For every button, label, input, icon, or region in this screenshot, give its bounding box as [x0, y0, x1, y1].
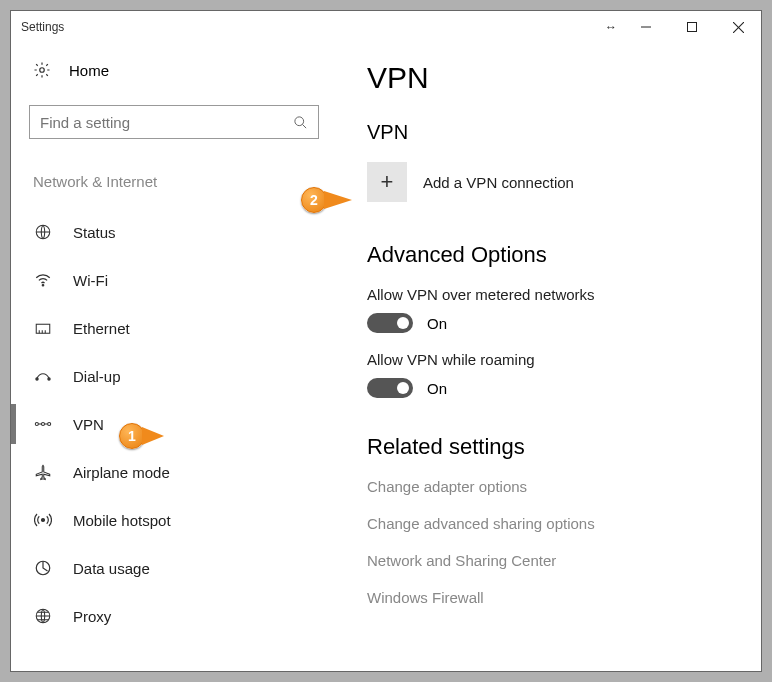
- proxy-icon: [33, 607, 53, 625]
- svg-rect-10: [36, 324, 50, 333]
- sidebar-item-label: Airplane mode: [73, 464, 170, 481]
- main-pane: VPN VPN + Add a VPN connection Advanced …: [331, 43, 761, 671]
- datausage-icon: [33, 559, 53, 577]
- svg-point-9: [42, 285, 44, 287]
- minimize-icon: [641, 22, 651, 32]
- sidebar: Home Network & Internet Status Wi-Fi: [11, 43, 331, 671]
- vpn-icon: [33, 417, 53, 431]
- maximize-button[interactable]: [669, 11, 715, 43]
- related-heading: Related settings: [367, 434, 737, 460]
- sidebar-item-proxy[interactable]: Proxy: [29, 592, 331, 640]
- svg-point-18: [48, 422, 51, 425]
- toggle-metered[interactable]: [367, 313, 413, 333]
- hotspot-icon: [33, 511, 53, 529]
- setting-label: Allow VPN while roaming: [367, 351, 737, 368]
- minimize-button[interactable]: [623, 11, 669, 43]
- svg-line-6: [302, 124, 306, 128]
- sidebar-item-label: Mobile hotspot: [73, 512, 171, 529]
- settings-window: Settings ↔ Home: [10, 10, 762, 672]
- status-icon: [33, 223, 53, 241]
- gear-icon: [33, 61, 51, 79]
- svg-point-21: [42, 519, 45, 522]
- sidebar-item-status[interactable]: Status: [29, 208, 331, 256]
- advanced-heading: Advanced Options: [367, 242, 737, 268]
- category-label: Network & Internet: [29, 173, 331, 190]
- sidebar-item-label: VPN: [73, 416, 104, 433]
- close-button[interactable]: [715, 11, 761, 43]
- sidebar-item-label: Ethernet: [73, 320, 130, 337]
- plus-icon: +: [367, 162, 407, 202]
- svg-point-17: [41, 422, 44, 425]
- search-icon: [293, 115, 308, 130]
- window-title: Settings: [21, 20, 64, 34]
- sidebar-item-ethernet[interactable]: Ethernet: [29, 304, 331, 352]
- svg-point-15: [48, 378, 50, 380]
- svg-point-14: [36, 378, 38, 380]
- wifi-icon: [33, 271, 53, 289]
- close-icon: [733, 22, 744, 33]
- toggle-state-label: On: [427, 315, 447, 332]
- link-network-sharing-center[interactable]: Network and Sharing Center: [367, 552, 737, 569]
- sidebar-item-label: Data usage: [73, 560, 150, 577]
- svg-point-5: [295, 116, 304, 125]
- search-input[interactable]: [40, 114, 293, 131]
- resize-arrow-icon: ↔: [605, 11, 623, 43]
- sidebar-item-airplane[interactable]: Airplane mode: [29, 448, 331, 496]
- sidebar-item-vpn[interactable]: VPN: [29, 400, 331, 448]
- sidebar-item-label: Status: [73, 224, 116, 241]
- window-controls: ↔: [605, 11, 761, 43]
- toggle-roaming[interactable]: [367, 378, 413, 398]
- sidebar-item-label: Wi-Fi: [73, 272, 108, 289]
- link-windows-firewall[interactable]: Windows Firewall: [367, 589, 737, 606]
- sidebar-item-datausage[interactable]: Data usage: [29, 544, 331, 592]
- svg-rect-1: [688, 23, 697, 32]
- add-vpn-button[interactable]: + Add a VPN connection: [367, 162, 737, 202]
- home-label: Home: [69, 62, 109, 79]
- sidebar-item-dialup[interactable]: Dial-up: [29, 352, 331, 400]
- sidebar-item-wifi[interactable]: Wi-Fi: [29, 256, 331, 304]
- svg-point-16: [35, 422, 38, 425]
- ethernet-icon: [33, 319, 53, 337]
- airplane-icon: [33, 463, 53, 481]
- sidebar-item-label: Dial-up: [73, 368, 121, 385]
- search-box[interactable]: [29, 105, 319, 139]
- svg-point-4: [40, 68, 45, 73]
- home-button[interactable]: Home: [29, 61, 331, 79]
- setting-label: Allow VPN over metered networks: [367, 286, 737, 303]
- section-title: VPN: [367, 121, 737, 144]
- link-adapter-options[interactable]: Change adapter options: [367, 478, 737, 495]
- titlebar: Settings ↔: [11, 11, 761, 43]
- maximize-icon: [687, 22, 697, 32]
- sidebar-item-label: Proxy: [73, 608, 111, 625]
- setting-roaming: Allow VPN while roaming On: [367, 351, 737, 398]
- page-title: VPN: [367, 61, 737, 95]
- link-advanced-sharing[interactable]: Change advanced sharing options: [367, 515, 737, 532]
- sidebar-item-hotspot[interactable]: Mobile hotspot: [29, 496, 331, 544]
- setting-metered: Allow VPN over metered networks On: [367, 286, 737, 333]
- add-vpn-label: Add a VPN connection: [423, 174, 574, 191]
- dialup-icon: [33, 369, 53, 383]
- toggle-state-label: On: [427, 380, 447, 397]
